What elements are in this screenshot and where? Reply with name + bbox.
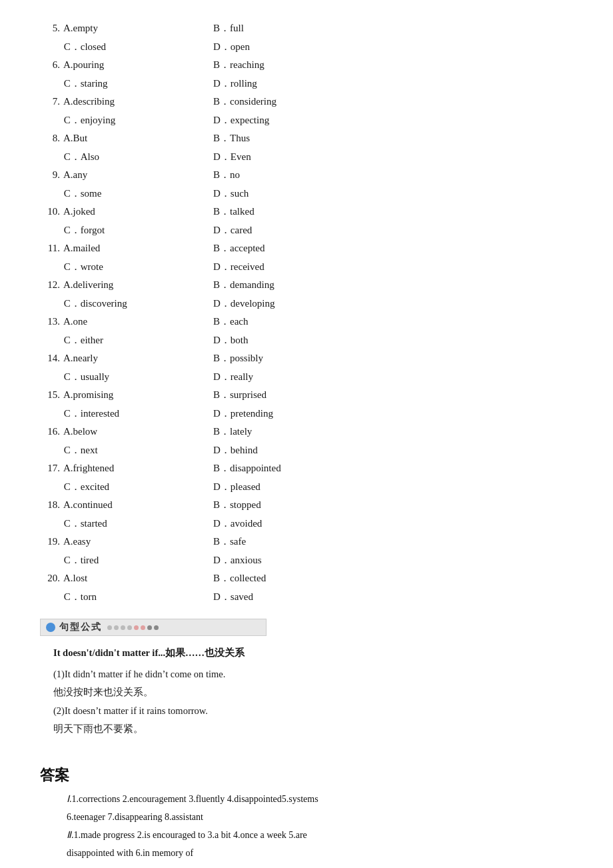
quiz-row: 7. A.describingB．considering <box>40 93 573 111</box>
section1-content: .1.corrections 2.encouragement 3.fluentl… <box>69 794 318 804</box>
item-number: 9. <box>40 167 60 184</box>
col-left: C．usually <box>40 369 213 386</box>
quiz-section: 5. A.emptyB．full C．closedD．open6. A.pour… <box>40 20 573 605</box>
option-a: C．torn <box>61 591 97 602</box>
option-b: D．cared <box>213 225 252 235</box>
option-a: A.describing <box>61 96 115 107</box>
option-b: D．pretending <box>213 408 273 419</box>
quiz-row: 15. A.promisingB．surprised <box>40 387 573 404</box>
col-right: D．pleased <box>213 479 400 496</box>
quiz-row: C．staringD．rolling <box>40 75 573 93</box>
col-left: 12. A.delivering <box>40 277 213 294</box>
col-right: B．full <box>213 20 400 37</box>
option-a: A.promising <box>61 389 113 400</box>
col-right: D．Even <box>213 149 400 166</box>
col-left: C．wrote <box>40 259 213 276</box>
quiz-row: C．nextD．behind <box>40 442 573 459</box>
option-a: A.frightened <box>61 463 114 473</box>
option-b: D．rolling <box>213 78 257 89</box>
sentence-pattern-content: It doesn't/didn't matter if...如果……也没关系 (… <box>40 644 573 739</box>
option-b: D．such <box>213 188 249 199</box>
item-number: 6. <box>40 57 60 74</box>
option-b: B．demanding <box>213 279 275 290</box>
item-number: 11. <box>40 240 60 257</box>
answer-line-2: 6.teenager 7.disappearing 8.assistant <box>67 809 573 825</box>
col-right: D．received <box>213 259 400 276</box>
col-left: 15. A.promising <box>40 387 213 404</box>
example-2: (2)It doesn’t matter if it rains tomorro… <box>53 702 560 739</box>
example-1-english: (1)It didn’t matter if he didn’t come on… <box>53 665 560 684</box>
option-b: B．Thus <box>213 133 250 143</box>
answer-line-4: disappointed with 6.in memory of <box>67 845 573 861</box>
col-right: B．lately <box>213 423 400 441</box>
col-left: C．torn <box>40 589 213 606</box>
option-b: D．open <box>213 41 250 52</box>
sentence-pattern-box: 句型公式 It doesn't/didn't matter if...如果……也… <box>40 619 573 739</box>
option-b: B．safe <box>213 536 246 547</box>
col-left: 6. A.pouring <box>40 57 213 74</box>
answer-content: Ⅰ.1.corrections 2.encouragement 3.fluent… <box>40 791 573 862</box>
option-a: A.pouring <box>61 59 104 70</box>
option-b: D．expecting <box>213 115 269 125</box>
sentence-pattern-title: 句型公式 <box>59 621 102 633</box>
col-right: B．stopped <box>213 497 400 514</box>
col-right: B．talked <box>213 203 400 221</box>
option-b: B．talked <box>213 206 255 217</box>
quiz-row: C．discoveringD．developing <box>40 295 573 313</box>
col-right: B．disappointed <box>213 460 400 477</box>
option-b: B．collected <box>213 573 266 583</box>
option-b: D．really <box>213 371 253 382</box>
bullet-circle-icon <box>46 623 55 632</box>
quiz-row: C．startedD．avoided <box>40 515 573 533</box>
item-number: 7. <box>40 93 60 111</box>
option-b: B．possibly <box>213 353 263 363</box>
col-left: 20. A.lost <box>40 570 213 587</box>
dot5 <box>134 625 139 630</box>
col-left: C．excited <box>40 479 213 496</box>
dot3 <box>121 625 125 630</box>
option-a: A.any <box>61 169 87 180</box>
quiz-row: C．wroteD．received <box>40 259 573 276</box>
formula-title: It doesn't/didn't matter if...如果……也没关系 <box>53 644 560 663</box>
item-number: 14. <box>40 350 60 367</box>
quiz-row: 10. A.jokedB．talked <box>40 203 573 221</box>
item-number: 12. <box>40 277 60 294</box>
option-a: C．wrote <box>61 261 103 272</box>
col-right: D．such <box>213 185 400 203</box>
quiz-row: 17. A.frightenedB．disappointed <box>40 460 573 477</box>
option-a: A.mailed <box>61 243 100 253</box>
example-1-chinese: 他没按时来也没关系。 <box>53 683 560 702</box>
option-a: A.empty <box>61 23 98 33</box>
col-right: D．pretending <box>213 405 400 423</box>
option-b: D．avoided <box>213 518 262 529</box>
answer-line-1: Ⅰ.1.corrections 2.encouragement 3.fluent… <box>67 791 573 807</box>
option-a: A.joked <box>61 206 95 217</box>
quiz-row: 19. A.easyB．safe <box>40 533 573 551</box>
col-right: B．Thus <box>213 130 400 147</box>
col-right: D．really <box>213 369 400 386</box>
col-left: C．Also <box>40 149 213 166</box>
col-left: 17. A.frightened <box>40 460 213 477</box>
option-b: B．full <box>213 23 244 33</box>
quiz-row: C．tiredD．anxious <box>40 552 573 569</box>
quiz-row: C．usuallyD．really <box>40 369 573 386</box>
example-2-english: (2)It doesn’t matter if it rains tomorro… <box>53 702 560 721</box>
quiz-row: 18. A.continuedB．stopped <box>40 497 573 514</box>
option-a: C．discovering <box>61 298 127 309</box>
option-a: C．staring <box>61 78 108 89</box>
col-right: B．possibly <box>213 350 400 367</box>
item-number: 16. <box>40 423 60 441</box>
item-number: 13. <box>40 313 60 331</box>
option-a: C．started <box>61 518 107 529</box>
option-b: B．considering <box>213 96 277 107</box>
option-b: B．no <box>213 169 240 180</box>
section2-content: .1.made progress 2.is encouraged to 3.a … <box>71 830 307 840</box>
dots-decoration <box>107 625 159 630</box>
quiz-row: 6. A.pouringB．reaching <box>40 57 573 74</box>
option-a: C．forgot <box>61 225 105 235</box>
option-b: B．surprised <box>213 389 267 400</box>
item-number: 19. <box>40 533 60 551</box>
option-a: C．either <box>61 335 103 345</box>
option-b: D．received <box>213 261 265 272</box>
dot7 <box>147 625 152 630</box>
